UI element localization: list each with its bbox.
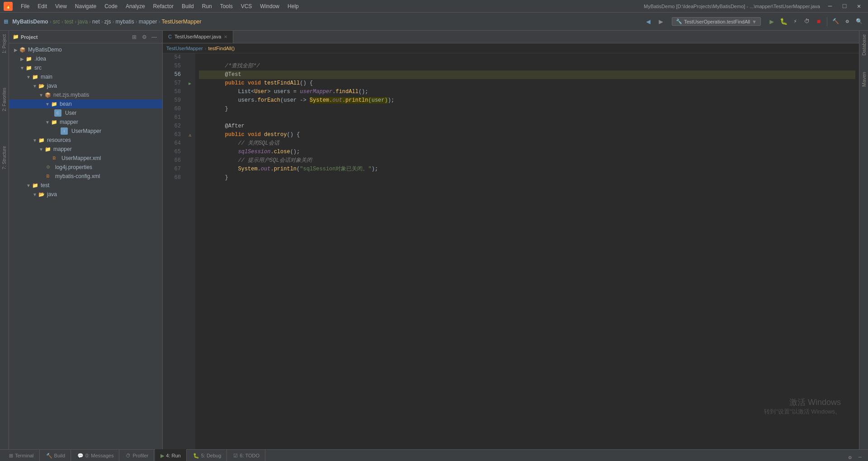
menu-vcs[interactable]: VCS [237, 2, 256, 10]
panel-settings-button[interactable]: ⚙ [140, 33, 149, 42]
bottom-panel-settings-button[interactable]: ⚙ [845, 453, 854, 461]
debug-button[interactable]: 🐛 [778, 16, 789, 27]
menu-refactor[interactable]: Refactor [150, 2, 177, 10]
code-line-64: // 关闭SQL会话 [199, 139, 855, 148]
tree-item-java[interactable]: ▼ 📂 java [9, 81, 162, 90]
tree-item-test-java[interactable]: ▼ 📂 java [9, 190, 162, 199]
menu-window[interactable]: Window [256, 2, 283, 10]
tree-item-usermapper[interactable]: I UserMapper [9, 127, 162, 136]
line-num-58: 58 [163, 88, 184, 96]
editor-tab-testusermapper[interactable]: C TestUserMapper.java ✕ [163, 31, 233, 43]
code-line-63: public void destroy() { [199, 131, 855, 139]
tab-build[interactable]: 🔨 Build [41, 449, 71, 461]
tab-profiler[interactable]: ⏱ Profiler [120, 449, 154, 461]
build-button[interactable]: 🔨 [830, 16, 841, 27]
gutter-57-play[interactable]: ▶ [184, 79, 195, 88]
side-tab-1-project[interactable]: 1: Project [1, 31, 8, 57]
tree-item-mapper[interactable]: ▼ 📁 mapper [9, 118, 162, 127]
breadcrumb-class[interactable]: TestUserMapper [161, 19, 201, 25]
tree-item-log4j[interactable]: ⚙ log4j.properties [9, 163, 162, 172]
breadcrumb-src[interactable]: src [53, 19, 60, 25]
editor-breadcrumb-class[interactable]: TestUserMapper [166, 46, 203, 51]
tab-terminal[interactable]: ⊞ Terminal [4, 449, 40, 461]
user-class-icon: C [54, 109, 61, 117]
run-button[interactable]: ▶ [766, 16, 777, 27]
tab-run[interactable]: ▶ 4: Run [155, 449, 186, 461]
menu-file[interactable]: File [17, 2, 33, 10]
tree-item-idea[interactable]: ▶ 📁 .idea [9, 54, 162, 63]
tree-item-package[interactable]: ▼ 📦 net.zjs.mybatis [9, 90, 162, 99]
breadcrumb-project-name[interactable]: MyBatisDemo [12, 19, 48, 25]
menu-help[interactable]: Help [284, 2, 302, 10]
tree-arrow-java: ▼ [32, 84, 38, 89]
tab-messages[interactable]: 💬 0: Messages [72, 449, 119, 461]
tree-item-main[interactable]: ▼ 📁 main [9, 72, 162, 81]
tree-arrow-bean: ▼ [44, 102, 51, 107]
breadcrumb-mybatis[interactable]: mybatis [115, 19, 134, 25]
profile-button[interactable]: ⏱ [802, 16, 812, 27]
tree-arrow-mapper-res: ▼ [38, 147, 44, 152]
tab-todo[interactable]: ☑ 6: TODO [228, 449, 265, 461]
side-tab-7-structure[interactable]: 7: Structure [1, 142, 8, 173]
menu-analyze[interactable]: Analyze [122, 2, 149, 10]
resources-folder-icon: 📁 [38, 136, 45, 144]
editor-breadcrumb-method[interactable]: testFindAll() [208, 46, 235, 51]
tree-label-bean: bean [60, 101, 72, 107]
navigate-forward-button[interactable]: ▶ [656, 16, 666, 27]
tab-run-label: 4: Run [166, 453, 180, 458]
mapper-res-folder-icon: 📁 [44, 146, 52, 153]
code-line-56: @Test [199, 71, 855, 79]
stop-button[interactable]: ■ [813, 16, 824, 27]
breadcrumb-mapper[interactable]: mapper [139, 19, 157, 25]
tree-item-user[interactable]: C User [9, 108, 162, 118]
breadcrumb-zjs[interactable]: zjs [104, 19, 111, 25]
code-content[interactable]: /*查找全部*/ @Test public void testFindAll()… [195, 53, 859, 449]
minimize-button[interactable]: ─ [825, 1, 835, 12]
navigate-back-button[interactable]: ◀ [643, 16, 654, 27]
search-everywhere-button[interactable]: 🔍 [854, 16, 864, 27]
tree-arrow-mapper: ▼ [44, 120, 51, 125]
maximize-button[interactable]: □ [839, 1, 850, 12]
close-button[interactable]: ✕ [854, 1, 864, 12]
tree-item-resources[interactable]: ▼ 📁 resources [9, 136, 162, 145]
menu-navigate[interactable]: Navigate [71, 2, 100, 10]
app-logo: 🔥 [4, 2, 13, 11]
run-with-coverage-button[interactable]: ⚡ [790, 16, 801, 27]
tab-close-icon[interactable]: ✕ [224, 34, 227, 39]
sdk-settings-button[interactable]: ⚙ [842, 16, 853, 27]
tree-arrow-src: ▼ [19, 66, 25, 71]
menu-tools[interactable]: Tools [217, 2, 236, 10]
menu-edit[interactable]: Edit [34, 2, 51, 10]
menu-build[interactable]: Build [178, 2, 198, 10]
tab-debug[interactable]: 🐛 5: Debug [188, 449, 227, 461]
menu-view[interactable]: View [52, 2, 71, 10]
code-line-67: System.out.println("sqlSession对象已关闭。"); [199, 165, 855, 174]
side-tab-maven[interactable]: Maven [860, 68, 868, 90]
gutter-63-warn: ⚠ [184, 131, 195, 139]
side-tab-database[interactable]: Database [860, 31, 868, 59]
breadcrumb-test[interactable]: test [65, 19, 73, 25]
bottom-panel-close-button[interactable]: — [855, 453, 864, 461]
breadcrumb-project[interactable]: ⊞ [4, 19, 8, 25]
breadcrumb-net[interactable]: net [92, 19, 100, 25]
run-config-selector[interactable]: 🔧 TestUserOperation.testFindAll ▼ [672, 17, 761, 26]
tree-label-resources: resources [47, 137, 71, 143]
code-editor: 54 55 56 57 58 59 60 61 62 63 64 65 66 6… [163, 53, 859, 449]
side-tab-2-favorites[interactable]: 2: Favorites [1, 84, 8, 115]
tree-item-mapper-res[interactable]: ▼ 📁 mapper [9, 145, 162, 154]
tree-item-usermapper-xml[interactable]: 🗎 UserMapper.xml [9, 154, 162, 163]
main-folder-icon: 📁 [32, 73, 39, 80]
code-line-60: } [199, 105, 855, 113]
menu-code[interactable]: Code [101, 2, 121, 10]
panel-expand-button[interactable]: ⊞ [130, 33, 139, 42]
breadcrumb-java[interactable]: java [78, 19, 88, 25]
line-num-64: 64 [163, 139, 184, 148]
tree-item-test[interactable]: ▼ 📁 test [9, 181, 162, 190]
tree-label-test-java: java [47, 191, 57, 198]
panel-close-button[interactable]: — [150, 33, 159, 42]
tree-item-mybatis-config[interactable]: 🗎 mybatis-config.xml [9, 172, 162, 181]
tree-item-bean[interactable]: ▼ 📁 bean [9, 99, 162, 108]
tree-item-root[interactable]: ▶ 📦 MyBatisDemo [9, 45, 162, 54]
tree-item-src[interactable]: ▼ 📁 src [9, 63, 162, 72]
menu-run[interactable]: Run [198, 2, 216, 10]
